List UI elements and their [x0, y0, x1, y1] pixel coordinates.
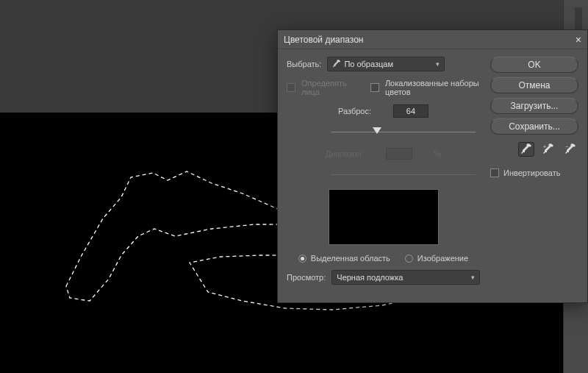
- range-slider: [331, 168, 476, 182]
- eyedropper-plus-icon: +: [542, 143, 554, 155]
- preview-thumbnail: [329, 189, 439, 245]
- slider-thumb-icon[interactable]: [373, 127, 381, 134]
- select-value: По образцам: [344, 60, 393, 68]
- eyedropper-subtract-tool[interactable]: −: [562, 142, 578, 157]
- preview-value: Черная подложка: [337, 273, 403, 282]
- eyedropper-icon: [332, 60, 341, 68]
- range-label: Диапазон:: [326, 149, 364, 158]
- color-range-dialog: Цветовой диапазон × Выбрать: По образцам…: [277, 29, 588, 303]
- radio-image-group[interactable]: Изображение: [405, 254, 468, 263]
- eyedropper-minus-icon: −: [564, 143, 576, 155]
- fuzziness-input[interactable]: [393, 104, 429, 118]
- save-button[interactable]: Сохранить...: [490, 118, 578, 135]
- radio-image[interactable]: [405, 255, 413, 263]
- radio-selection[interactable]: [298, 255, 306, 263]
- dialog-titlebar[interactable]: Цветовой диапазон ×: [278, 30, 587, 49]
- preview-label: Просмотр:: [287, 273, 326, 282]
- preview-dropdown[interactable]: Черная подложка ▾: [331, 270, 480, 285]
- radio-selection-label: Выделенная область: [311, 254, 390, 263]
- eyedropper-add-tool[interactable]: +: [540, 142, 556, 157]
- select-dropdown[interactable]: По образцам ▾: [327, 57, 445, 71]
- fuzziness-slider[interactable]: [331, 126, 476, 139]
- eyedropper-icon: [520, 143, 532, 155]
- pct-label: %: [434, 149, 442, 158]
- chevron-down-icon: ▾: [471, 274, 475, 281]
- localized-label: Локализованные наборы цветов: [385, 79, 480, 96]
- range-input: [386, 148, 412, 160]
- eyedropper-tool[interactable]: [518, 142, 534, 157]
- svg-text:+: +: [543, 144, 546, 149]
- radio-selection-group[interactable]: Выделенная область: [298, 254, 390, 263]
- chevron-down-icon: ▾: [436, 60, 440, 68]
- svg-text:−: −: [565, 144, 568, 149]
- detect-faces-checkbox: [287, 83, 295, 92]
- ok-button[interactable]: OK: [490, 57, 578, 73]
- radio-image-label: Изображение: [417, 254, 468, 263]
- dialog-title: Цветовой диапазон: [284, 35, 363, 45]
- load-button[interactable]: Загрузить...: [490, 98, 578, 114]
- invert-checkbox[interactable]: [490, 168, 499, 177]
- invert-label: Инвертировать: [503, 168, 560, 177]
- detect-faces-label: Определять лица: [301, 79, 353, 96]
- localized-checkbox[interactable]: [370, 83, 379, 92]
- close-icon[interactable]: ×: [576, 34, 581, 46]
- select-label: Выбрать:: [287, 60, 321, 68]
- cancel-button[interactable]: Отмена: [490, 77, 578, 93]
- fuzziness-label: Разброс:: [338, 107, 371, 116]
